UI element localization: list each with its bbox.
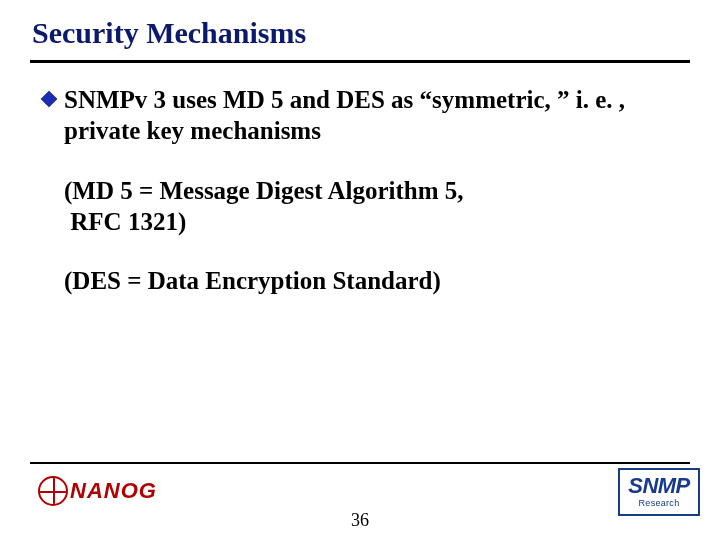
bullet-sub-text-1: (MD 5 = Message Digest Algorithm 5, RFC … xyxy=(64,175,680,238)
title-divider xyxy=(30,60,690,63)
footer-divider xyxy=(30,462,690,464)
diamond-bullet-icon xyxy=(40,90,58,108)
content-area: SNMPv 3 uses MD 5 and DES as “symmetric,… xyxy=(40,84,680,296)
snmp-logo-text: SNMP xyxy=(628,476,690,496)
page-number: 36 xyxy=(0,510,720,531)
bullet-main-text: SNMPv 3 uses MD 5 and DES as “symmetric,… xyxy=(64,84,680,147)
slide-title: Security Mechanisms xyxy=(32,16,306,50)
snmp-logo: SNMP Research xyxy=(618,468,700,516)
bullet-sub-text-2: (DES = Data Encryption Standard) xyxy=(64,265,680,296)
nanog-logo-text: NANOG xyxy=(70,478,157,504)
slide: Security Mechanisms SNMPv 3 uses MD 5 an… xyxy=(0,0,720,540)
snmp-logo-subtext: Research xyxy=(639,498,680,508)
nanog-logo: NANOG xyxy=(38,476,157,506)
globe-icon xyxy=(38,476,68,506)
bullet-item: SNMPv 3 uses MD 5 and DES as “symmetric,… xyxy=(40,84,680,147)
svg-marker-0 xyxy=(41,91,57,107)
